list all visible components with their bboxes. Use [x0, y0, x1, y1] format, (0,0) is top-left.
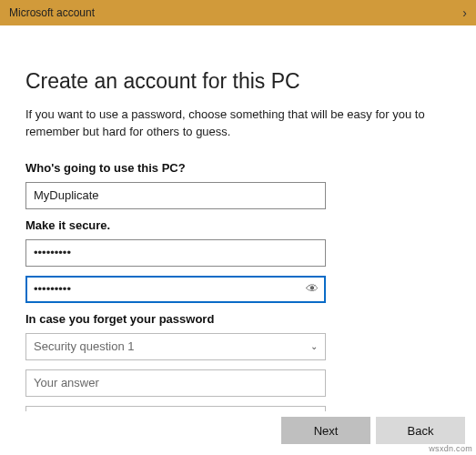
password-input[interactable]	[25, 239, 326, 267]
security-answer-input[interactable]: Your answer	[25, 369, 326, 397]
page-title: Create an account for this PC	[25, 69, 451, 94]
chevron-right-icon[interactable]: ›	[462, 5, 467, 20]
footer-buttons: Next Back	[281, 417, 465, 444]
password-section-label: Make it secure.	[25, 218, 451, 232]
back-button[interactable]: Back	[376, 417, 465, 444]
window-titlebar: Microsoft account ›	[0, 0, 476, 25]
security-answer-placeholder: Your answer	[34, 376, 99, 389]
main-content: Create an account for this PC If you wan…	[0, 25, 476, 411]
security-question-value: Security question 1	[34, 339, 135, 353]
window-title: Microsoft account	[9, 6, 95, 19]
username-label: Who's going to use this PC?	[25, 161, 451, 175]
reveal-password-icon[interactable]: 👁	[306, 281, 319, 296]
next-button[interactable]: Next	[281, 417, 370, 444]
watermark-text: wsxdn.com	[429, 444, 472, 453]
confirm-password-input[interactable]	[25, 276, 326, 303]
security-question-select[interactable]: Security question 1 ⌄	[25, 333, 326, 360]
username-input[interactable]	[25, 182, 326, 209]
next-field-partial	[25, 406, 326, 411]
forgot-section-label: In case you forget your password	[25, 312, 451, 326]
page-description: If you want to use a password, choose so…	[25, 106, 451, 141]
chevron-down-icon: ⌄	[310, 341, 318, 351]
